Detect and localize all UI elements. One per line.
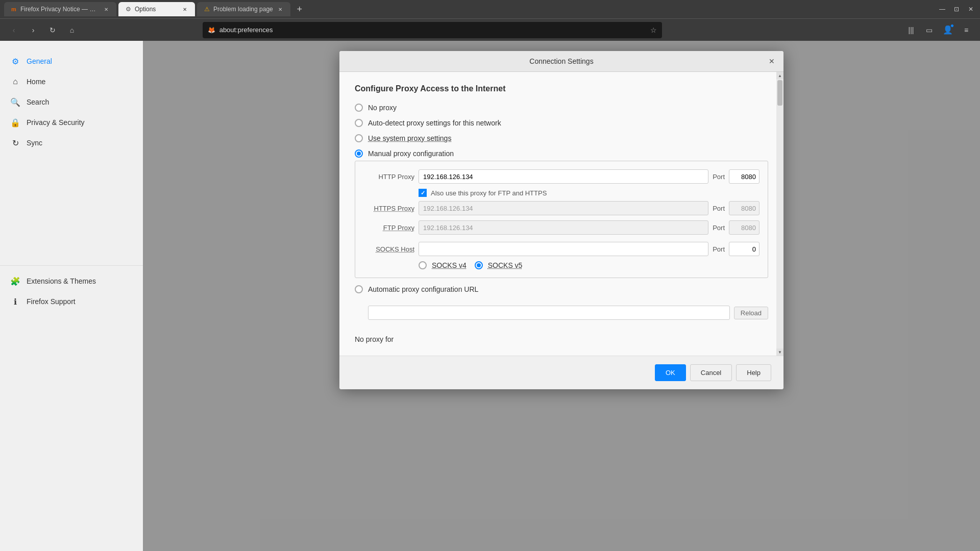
- tab-firefox-privacy[interactable]: m Firefox Privacy Notice — Mozill ✕: [4, 2, 116, 16]
- reload-button[interactable]: Reload: [734, 307, 768, 319]
- auto-proxy-url-option[interactable]: Automatic proxy configuration URL: [355, 285, 768, 293]
- proxy-options: No proxy Auto-detect proxy settings for …: [355, 104, 768, 343]
- account-badge: [950, 24, 954, 28]
- auto-detect-radio[interactable]: [355, 119, 363, 127]
- socks-v5-option[interactable]: SOCKS v5: [475, 261, 523, 269]
- checkmark-icon: ✓: [421, 190, 425, 196]
- help-button[interactable]: Help: [736, 364, 771, 381]
- cancel-button[interactable]: Cancel: [690, 364, 732, 381]
- socks-v5-radio[interactable]: [475, 261, 483, 269]
- auto-proxy-url-radio[interactable]: [355, 285, 363, 293]
- socks-v4-option[interactable]: SOCKS v4: [419, 261, 467, 269]
- sidebar: ⚙ General ⌂ Home 🔍 Search 🔒 Privacy & Se…: [0, 41, 143, 551]
- close-window-button[interactable]: ✕: [966, 4, 976, 14]
- socks-port-input[interactable]: [729, 242, 760, 256]
- https-proxy-row: HTTPS Proxy Port: [363, 201, 760, 215]
- sidebar-label-search: Search: [27, 98, 49, 106]
- modal-overlay: Connection Settings ✕ Configure Proxy Ac…: [143, 41, 980, 551]
- socks-host-label: SOCKS Host: [363, 245, 414, 253]
- browser-icon: 🦊: [208, 27, 215, 34]
- reload-button[interactable]: ↻: [45, 22, 60, 38]
- ftp-https-label: Also use this proxy for FTP and HTTPS: [431, 189, 547, 197]
- sidebar-item-privacy[interactable]: 🔒 Privacy & Security: [0, 112, 143, 133]
- sidebar-label-general: General: [27, 57, 52, 65]
- http-port-label: Port: [713, 173, 725, 181]
- new-tab-button[interactable]: +: [292, 2, 307, 16]
- tab-options[interactable]: ⚙ Options ✕: [118, 2, 195, 16]
- page-content: ⚙ General ⌂ Home 🔍 Search 🔒 Privacy & Se…: [0, 41, 980, 551]
- tab-title-privacy: Firefox Privacy Notice — Mozill: [20, 6, 99, 13]
- tab-overview-button[interactable]: ▭: [922, 22, 937, 38]
- socks-host-row: SOCKS Host Port: [363, 242, 760, 256]
- dialog-title: Connection Settings: [529, 57, 593, 65]
- search-icon: 🔍: [10, 97, 20, 107]
- system-proxy-label: Use system proxy settings: [368, 134, 451, 142]
- menu-button[interactable]: ≡: [959, 22, 974, 38]
- home-button[interactable]: ⌂: [64, 22, 80, 38]
- manual-proxy-label: Manual proxy configuration: [368, 149, 454, 158]
- dialog-footer: OK Cancel Help: [339, 356, 783, 389]
- no-proxy-radio[interactable]: [355, 104, 363, 112]
- socks-version-options: SOCKS v4 SOCKS v5: [419, 261, 760, 269]
- http-proxy-input[interactable]: [419, 169, 708, 184]
- https-proxy-label: HTTPS Proxy: [363, 205, 414, 212]
- http-port-input[interactable]: [729, 169, 760, 184]
- home-icon: ⌂: [10, 77, 20, 87]
- forward-button[interactable]: ›: [26, 22, 41, 38]
- sidebar-label-extensions: Extensions & Themes: [27, 277, 96, 285]
- bookmarks-button[interactable]: |||: [903, 22, 919, 38]
- back-button[interactable]: ‹: [6, 22, 21, 38]
- sidebar-item-extensions[interactable]: 🧩 Extensions & Themes: [0, 271, 143, 291]
- tab-close-privacy[interactable]: ✕: [102, 5, 110, 13]
- sidebar-label-home: Home: [27, 78, 45, 86]
- http-proxy-row: HTTP Proxy Port: [363, 169, 760, 184]
- system-proxy-radio[interactable]: [355, 134, 363, 142]
- socks-port-label: Port: [713, 245, 725, 253]
- address-bar-container[interactable]: 🦊 about:preferences ☆: [203, 22, 662, 38]
- ftp-port-label: Port: [713, 224, 725, 232]
- scroll-thumb[interactable]: [777, 80, 782, 106]
- options-tab-icon: ⚙: [125, 6, 132, 13]
- https-proxy-input[interactable]: [419, 201, 708, 215]
- sidebar-item-support[interactable]: ℹ Firefox Support: [0, 291, 143, 312]
- no-proxy-label: No proxy: [368, 104, 397, 112]
- auto-proxy-url-input[interactable]: [368, 306, 730, 320]
- auto-proxy-url-row: Reload: [355, 306, 768, 320]
- dialog-scrollbar[interactable]: ▲ ▼: [776, 72, 783, 356]
- scroll-up-arrow[interactable]: ▲: [776, 72, 783, 79]
- manual-proxy-section: HTTP Proxy Port ✓ Also use this prox: [355, 161, 768, 278]
- scroll-down-arrow[interactable]: ▼: [776, 348, 783, 356]
- tab-title-problem: Problem loading page: [213, 6, 273, 13]
- socks-host-input[interactable]: [419, 242, 708, 256]
- general-icon: ⚙: [10, 56, 20, 66]
- bookmark-star-icon[interactable]: ☆: [650, 26, 657, 34]
- dialog-close-button[interactable]: ✕: [766, 56, 777, 67]
- sidebar-label-sync: Sync: [27, 139, 42, 147]
- https-port-input[interactable]: [729, 201, 760, 215]
- no-proxy-section: No proxy for: [355, 335, 768, 343]
- sidebar-item-sync[interactable]: ↻ Sync: [0, 133, 143, 153]
- tab-close-options[interactable]: ✕: [181, 5, 189, 13]
- minimize-button[interactable]: —: [937, 4, 947, 14]
- ftp-https-checkbox[interactable]: ✓: [419, 189, 427, 197]
- ftp-proxy-input[interactable]: [419, 220, 708, 235]
- tab-problem[interactable]: ⚠ Problem loading page ✕: [197, 2, 290, 16]
- sidebar-item-home[interactable]: ⌂ Home: [0, 71, 143, 92]
- manual-proxy-radio[interactable]: [355, 149, 363, 158]
- sync-icon: ↻: [10, 138, 20, 148]
- https-port-label: Port: [713, 205, 725, 212]
- no-proxy-option[interactable]: No proxy: [355, 104, 768, 112]
- ok-button[interactable]: OK: [655, 364, 686, 381]
- window-controls: — ⊡ ✕: [937, 4, 976, 14]
- maximize-button[interactable]: ⊡: [951, 4, 962, 14]
- account-button[interactable]: 👤: [940, 22, 955, 38]
- system-proxy-option[interactable]: Use system proxy settings: [355, 134, 768, 142]
- sidebar-label-support: Firefox Support: [27, 297, 76, 306]
- ftp-port-input[interactable]: [729, 220, 760, 235]
- sidebar-item-general[interactable]: ⚙ General: [0, 51, 143, 71]
- tab-close-problem[interactable]: ✕: [276, 5, 284, 13]
- socks-v4-radio[interactable]: [419, 261, 427, 269]
- auto-detect-option[interactable]: Auto-detect proxy settings for this netw…: [355, 119, 768, 127]
- manual-proxy-option[interactable]: Manual proxy configuration: [355, 149, 768, 158]
- sidebar-item-search[interactable]: 🔍 Search: [0, 92, 143, 112]
